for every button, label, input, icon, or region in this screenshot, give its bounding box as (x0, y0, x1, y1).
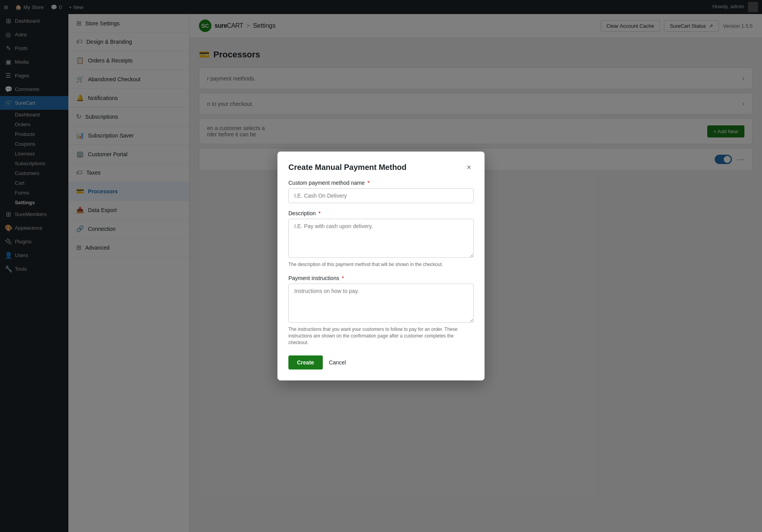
instructions-hint: The instructions that you want your cust… (288, 326, 474, 346)
description-label: Description * (288, 210, 474, 216)
instructions-required-indicator: * (342, 275, 344, 281)
instructions-textarea[interactable] (288, 284, 474, 323)
form-group-name: Custom payment method name * (288, 180, 474, 203)
description-textarea[interactable] (288, 219, 474, 258)
modal-create-payment-method: Create Manual Payment Method × Custom pa… (277, 152, 485, 380)
name-required-indicator: * (367, 180, 369, 186)
name-label-text: Custom payment method name (288, 180, 365, 186)
instructions-label: Payment instructions * (288, 275, 474, 281)
form-group-instructions: Payment instructions * The instructions … (288, 275, 474, 346)
name-label: Custom payment method name * (288, 180, 474, 186)
form-group-description: Description * The description of this pa… (288, 210, 474, 268)
create-button[interactable]: Create (288, 355, 323, 370)
modal-overlay: Create Manual Payment Method × Custom pa… (0, 0, 762, 532)
modal-title: Create Manual Payment Method (288, 163, 406, 172)
name-input[interactable] (288, 188, 474, 203)
desc-required-indicator: * (318, 210, 320, 216)
modal-footer: Create Cancel (288, 355, 474, 370)
modal-header: Create Manual Payment Method × (288, 162, 474, 172)
description-label-text: Description (288, 210, 316, 216)
modal-close-button[interactable]: × (464, 162, 474, 172)
instructions-label-text: Payment instructions (288, 275, 339, 281)
description-hint: The description of this payment method t… (288, 261, 474, 268)
cancel-button[interactable]: Cancel (327, 355, 348, 370)
